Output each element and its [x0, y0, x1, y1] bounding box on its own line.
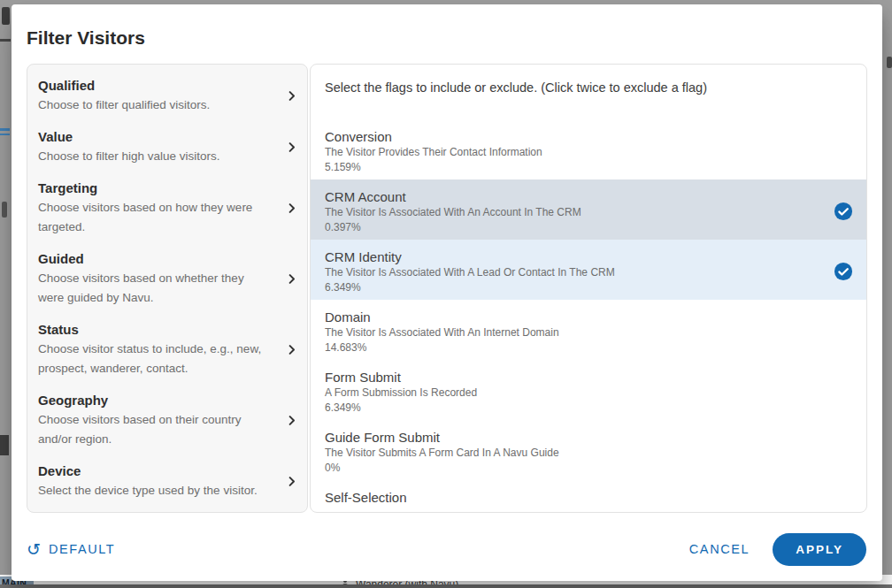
flag-percent: 14.683%	[325, 341, 559, 355]
default-button[interactable]: ↺ DEFAULT	[27, 541, 115, 558]
flag-percent: 0%	[325, 462, 559, 475]
category-text: Geography Choose visitors based on their…	[38, 391, 270, 449]
category-item-status[interactable]: Status Choose visitor status to include,…	[27, 314, 307, 385]
screen: MAIN Wanderer (with Navu) Filter Visitor…	[0, 0, 892, 588]
category-label: Device	[38, 462, 270, 481]
category-text: Status Choose visitor status to include,…	[38, 320, 270, 378]
background-page-fragment	[2, 7, 10, 25]
flag-text: Domain The Visitor Is Associated With An…	[325, 309, 559, 355]
flag-name: CRM Identity	[325, 248, 615, 266]
dialog-title: Filter Visitors	[27, 27, 145, 49]
category-description: Choose visitor status to include, e.g., …	[38, 340, 270, 378]
category-item-geography[interactable]: Geography Choose visitors based on their…	[27, 385, 307, 455]
background-page-fragment	[2, 202, 7, 218]
dialog-body: Qualified Choose to filter qualified vis…	[27, 64, 867, 513]
flag-description: The Visitor Is Associated With An Intern…	[325, 326, 559, 340]
flag-description: The Visitor Provides Their Contact Infor…	[325, 146, 542, 159]
chevron-right-icon	[285, 141, 298, 154]
filter-visitors-dialog: Filter Visitors Qualified Choose to filt…	[12, 4, 882, 581]
flag-row-domain[interactable]: Domain The Visitor Is Associated With An…	[311, 300, 866, 360]
flag-row-conversion[interactable]: Conversion The Visitor Provides Their Co…	[311, 119, 866, 179]
restore-icon: ↺	[27, 541, 41, 558]
flag-description: A Form Submission Is Recorded	[325, 386, 477, 400]
chevron-right-icon	[285, 414, 298, 427]
flag-name: Form Submit	[325, 369, 477, 386]
background-page-scrollbar-fragment	[887, 57, 892, 68]
category-text: Targeting Choose visitors based on how t…	[38, 179, 270, 237]
flag-name: CRM Account	[325, 188, 581, 206]
dialog-footer: ↺ DEFAULT CANCEL APPLY	[12, 517, 882, 581]
category-text: Qualified Choose to filter qualified vis…	[38, 76, 270, 115]
category-text: Device Select the device type used by th…	[38, 462, 270, 500]
flag-text: Guide Form Submit The Visitor Submits A …	[325, 429, 559, 475]
flag-name: Guide Form Submit	[325, 429, 559, 447]
category-description: Choose visitors based on their country a…	[38, 410, 270, 449]
category-label: Status	[38, 320, 270, 340]
category-label: Targeting	[38, 179, 270, 198]
cancel-button[interactable]: CANCEL	[689, 542, 750, 556]
category-item-targeting[interactable]: Targeting Choose visitors based on how t…	[27, 172, 307, 243]
flag-percent: 6.349%	[325, 281, 615, 294]
category-item-guided[interactable]: Guided Choose visitors based on whether …	[27, 243, 307, 314]
category-label: Geography	[38, 391, 270, 410]
flag-description: The Visitor Is Associated With A Lead Or…	[325, 266, 615, 279]
flag-text: Form Submit A Form Submission Is Recorde…	[325, 369, 477, 415]
flag-name: Conversion	[325, 128, 542, 146]
chevron-right-icon	[285, 272, 298, 286]
chevron-right-icon	[285, 202, 298, 215]
default-button-label: DEFAULT	[49, 542, 115, 556]
chevron-right-icon	[285, 89, 298, 103]
flag-row-crm-account[interactable]: CRM Account The Visitor Is Associated Wi…	[311, 179, 866, 240]
flags-instruction: Select the flags to include or exclude. …	[311, 65, 866, 96]
check-icon	[834, 202, 853, 221]
category-item-device[interactable]: Device Select the device type used by th…	[27, 455, 307, 507]
flag-description: The Visitor Is Associated With An Accoun…	[325, 206, 581, 219]
category-text: Value Choose to filter high value visito…	[38, 127, 270, 166]
flag-rows: Conversion The Visitor Provides Their Co…	[311, 119, 866, 513]
category-item-value[interactable]: Value Choose to filter high value visito…	[27, 121, 307, 172]
background-page-fragment	[0, 134, 10, 135]
category-description: Choose visitors based on whether they we…	[38, 269, 270, 308]
category-description: Choose visitors based on how they were t…	[38, 198, 270, 237]
category-item-channel[interactable]: Channel	[27, 507, 307, 513]
flag-row-self-selection[interactable]: Self-Selection	[311, 480, 866, 513]
category-description: Choose to filter qualified visitors.	[38, 95, 270, 115]
flag-description: The Visitor Submits A Form Card In A Nav…	[325, 447, 559, 460]
category-description: Choose to filter high value visitors.	[38, 147, 270, 166]
category-label: Qualified	[38, 76, 270, 95]
flag-text: CRM Identity The Visitor Is Associated W…	[325, 248, 615, 294]
flag-text: Conversion The Visitor Provides Their Co…	[325, 128, 542, 174]
flag-name: Self-Selection	[325, 489, 407, 507]
flag-name: Domain	[325, 309, 559, 326]
footer-actions: CANCEL APPLY	[689, 533, 866, 566]
flag-text: Self-Selection	[325, 489, 407, 508]
check-icon	[834, 262, 853, 281]
flag-percent: 0.397%	[325, 221, 581, 234]
background-page-fragment	[0, 128, 10, 131]
flag-percent: 5.159%	[325, 161, 542, 174]
category-item-qualified[interactable]: Qualified Choose to filter qualified vis…	[27, 70, 307, 121]
category-description: Select the device type used by the visit…	[38, 481, 270, 500]
flag-text: CRM Account The Visitor Is Associated Wi…	[325, 188, 581, 234]
category-label: Value	[38, 127, 270, 147]
flag-percent: 6.349%	[325, 401, 477, 415]
background-page-strip	[0, 584, 892, 588]
background-page-fragment	[0, 435, 9, 455]
flag-row-crm-identity[interactable]: CRM Identity The Visitor Is Associated W…	[311, 240, 866, 300]
apply-button[interactable]: APPLY	[773, 533, 866, 566]
chevron-right-icon	[285, 343, 298, 356]
flag-row-form-submit[interactable]: Form Submit A Form Submission Is Recorde…	[311, 360, 866, 420]
chevron-right-icon	[285, 475, 298, 488]
background-page-fragment	[0, 39, 11, 42]
flag-row-guide-form-submit[interactable]: Guide Form Submit The Visitor Submits A …	[311, 420, 866, 480]
flag-list: Select the flags to include or exclude. …	[310, 64, 867, 513]
category-text: Guided Choose visitors based on whether …	[38, 249, 270, 308]
filter-category-list: Qualified Choose to filter qualified vis…	[27, 64, 308, 513]
category-label: Guided	[38, 249, 270, 269]
